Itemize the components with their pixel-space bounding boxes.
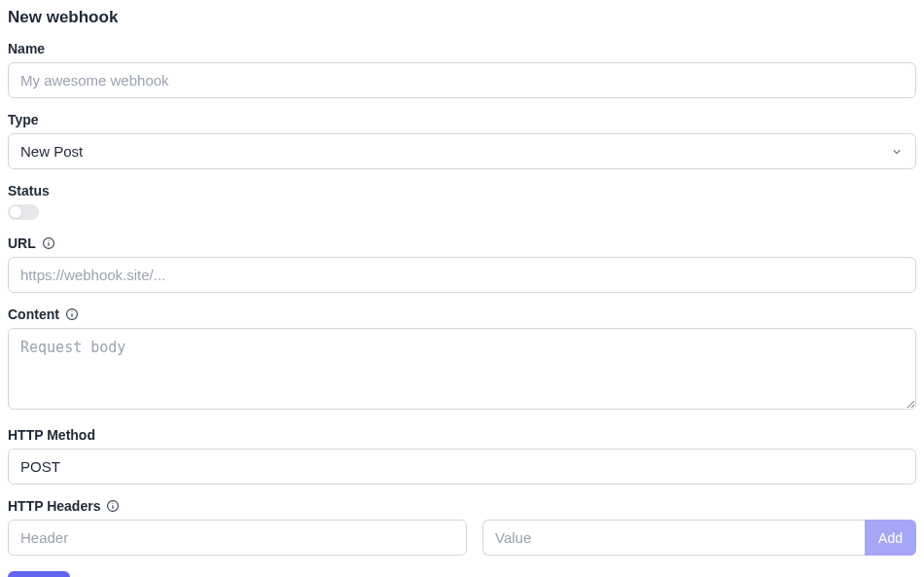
content-field: Content [8, 307, 916, 414]
status-field: Status [8, 183, 916, 222]
content-label: Content [8, 307, 59, 322]
status-label: Status [8, 183, 916, 198]
http-method-select[interactable]: POST [8, 449, 916, 485]
http-headers-label: HTTP Headers [8, 498, 100, 514]
url-input[interactable] [8, 257, 916, 293]
http-headers-field: HTTP Headers Add [8, 498, 916, 556]
cancel-button[interactable]: Cancel [89, 571, 132, 577]
info-icon [42, 236, 55, 250]
http-method-field: HTTP Method POST [8, 427, 916, 485]
header-name-input[interactable] [8, 520, 467, 556]
status-toggle[interactable] [8, 204, 39, 220]
type-label: Type [8, 112, 916, 127]
save-button[interactable]: Save [8, 571, 70, 577]
info-icon [106, 499, 120, 513]
url-field: URL [8, 235, 916, 293]
info-icon [65, 307, 79, 321]
form-actions: Save Cancel [8, 571, 916, 577]
page-title: New webhook [8, 8, 916, 27]
svg-point-8 [113, 503, 114, 504]
svg-point-5 [71, 311, 72, 312]
add-header-button[interactable]: Add [865, 520, 916, 556]
name-input[interactable] [8, 62, 916, 98]
name-field: Name [8, 41, 916, 98]
type-select[interactable]: New Post [8, 133, 916, 169]
url-label: URL [8, 235, 36, 251]
type-field: Type New Post [8, 112, 916, 169]
content-textarea[interactable] [8, 328, 916, 410]
http-method-label: HTTP Method [8, 427, 916, 443]
name-label: Name [8, 41, 916, 56]
header-value-input[interactable] [482, 520, 865, 556]
svg-point-2 [48, 240, 49, 241]
